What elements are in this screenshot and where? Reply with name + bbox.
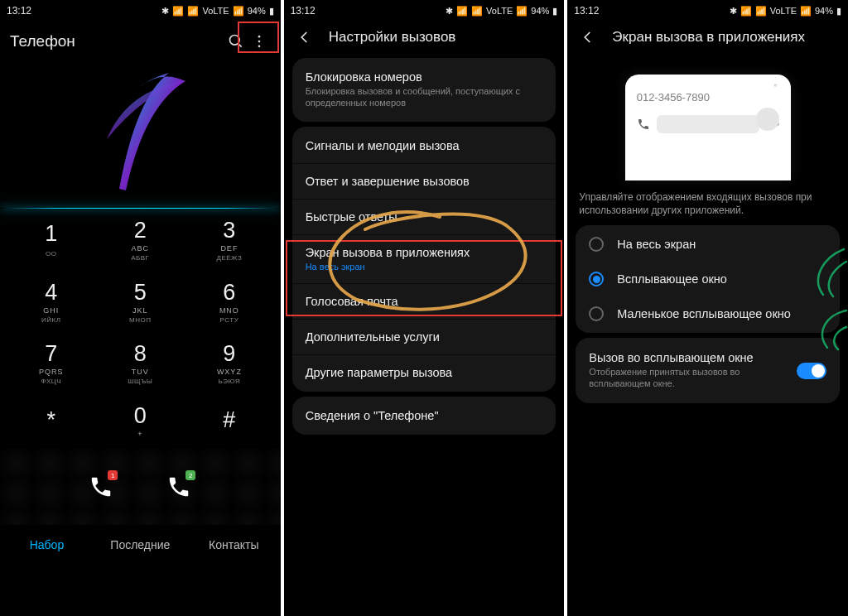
settings-body: На весь экран Всплывающее окно Маленькое… [567,225,848,616]
status-bar: 13:12 ✱📶📶VoLTE📶 94%▮ [567,0,848,22]
row-voicemail[interactable]: Голосовая почта [292,284,556,320]
phone-screen-dialer: 13:12 ✱📶📶VoLTE📶 94%▮ Телефон 1ОО 2ABCАБВ… [0,0,281,616]
row-supplementary[interactable]: Дополнительные услуги [292,320,556,355]
svg-point-4 [258,46,260,48]
preview-avatar [756,108,779,131]
radio-icon [589,306,604,321]
card-call-options: Сигналы и мелодии вызова Ответ и заверше… [292,127,556,392]
radio-icon [589,237,604,252]
key-hash[interactable]: # [185,395,274,449]
row-block-numbers[interactable]: Блокировка номеров Блокировка вызовов и … [292,60,556,120]
toggle-keep-popup[interactable]: Вызов во всплывающем окне Отображение пр… [576,339,840,402]
phone-screen-call-settings: 13:12 ✱📶📶VoLTE📶 94%▮ Настройки вызовов Б… [284,0,565,616]
key-4[interactable]: 4GHIИЙКЛ [7,271,96,333]
wallpaper-area [0,61,281,209]
preview-phone-number: 012-3456-7890 [637,91,779,103]
row-quick-replies[interactable]: Быстрые ответы [292,200,556,235]
call-sim2-button[interactable]: 2 [159,467,199,507]
tab-contacts[interactable]: Контакты [187,538,281,551]
card-popup-toggle: Вызов во всплывающем окне Отображение пр… [576,338,840,403]
settings-body: Блокировка номеров Блокировка вызовов и … [284,58,565,616]
preview-popup-card: ▫ 012-3456-7890 [625,75,791,180]
row-call-display[interactable]: Экран вызова в приложениях На весь экран [292,235,556,285]
row-about-phone[interactable]: Сведения о "Телефоне" [292,398,556,433]
status-icons: ✱📶📶VoLTE📶 94%▮ [730,6,841,17]
preview-sim-icon: ▫ [774,81,783,89]
switch-on[interactable] [797,363,826,379]
preview-area: ▫ 012-3456-7890 [567,58,848,189]
status-icons: ✱📶📶VoLTE📶 94%▮ [161,6,273,17]
dialer-header: Телефон [0,22,281,61]
settings-header: Настройки вызовов [284,22,565,58]
svg-line-1 [238,44,241,47]
card-display-options: На весь экран Всплывающее окно Маленькое… [576,225,840,333]
card-about: Сведения о "Телефоне" [292,397,556,435]
status-time: 13:12 [574,5,599,17]
status-time: 13:12 [291,5,316,17]
scythe-illustration [78,65,202,205]
svg-point-0 [229,36,239,46]
status-time: 13:12 [7,5,31,17]
key-1[interactable]: 1ОО [7,209,96,271]
sim2-badge: 2 [186,470,195,480]
app-title: Телефон [10,32,224,51]
settings-title: Настройки вызовов [329,29,456,46]
status-icons: ✱📶📶VoLTE📶 94%▮ [446,6,557,17]
search-icon[interactable] [224,30,248,53]
key-0[interactable]: 0+ [96,395,186,449]
call-sim1-button[interactable]: 1 [81,467,121,507]
wallpaper-glow-line [0,208,281,209]
tab-recent[interactable]: Последние [94,538,187,551]
dialpad: 1ОО 2ABCАБВГ 3DEFДЕЁЖЗ 4GHIИЙКЛ 5JKLМНОП… [0,209,281,449]
preview-answer-icon [637,118,650,131]
description-text: Управляйте отображением входящих вызовов… [567,189,848,225]
sim1-badge: 1 [108,470,118,480]
svg-point-3 [258,41,260,43]
card-block-numbers: Блокировка номеров Блокировка вызовов и … [292,58,556,122]
key-8[interactable]: 8TUVШЩЪЫ [96,333,186,395]
key-2[interactable]: 2ABCАБВГ [96,209,186,271]
back-icon[interactable] [296,28,314,46]
bottom-tabs: Набор Последние Контакты [0,525,281,565]
settings-header: Экран вызова в приложениях [567,22,848,58]
option-full-screen[interactable]: На весь экран [576,227,840,262]
svg-point-2 [258,36,260,38]
call-buttons-area: 1 2 [0,449,281,525]
back-icon[interactable] [579,28,597,46]
key-7[interactable]: 7PQRSФХЦЧ [7,333,96,395]
key-star[interactable]: * [7,395,96,449]
tab-dial[interactable]: Набор [0,538,94,551]
key-9[interactable]: 9WXYZЬЭЮЯ [185,333,274,395]
settings-title: Экран вызова в приложениях [612,29,805,46]
status-bar: 13:12 ✱📶📶VoLTE📶 94%▮ [0,0,281,22]
status-bar: 13:12 ✱📶📶VoLTE📶 94%▮ [284,0,565,22]
row-ringtones[interactable]: Сигналы и мелодии вызова [292,128,556,164]
phone-screen-call-display: 13:12 ✱📶📶VoLTE📶 94%▮ Экран вызова в прил… [567,0,848,616]
option-popup[interactable]: Всплывающее окно [576,262,840,296]
key-5[interactable]: 5JKLМНОП [96,271,186,333]
more-icon[interactable] [248,30,271,53]
row-other-settings[interactable]: Другие параметры вызова [292,355,556,390]
radio-icon-checked [589,272,604,286]
key-6[interactable]: 6MNOРСТУ [185,271,274,333]
option-mini-popup[interactable]: Маленькое всплывающее окно [576,296,840,331]
key-3[interactable]: 3DEFДЕЁЖЗ [185,209,274,271]
row-answer-end[interactable]: Ответ и завершение вызовов [292,164,556,200]
